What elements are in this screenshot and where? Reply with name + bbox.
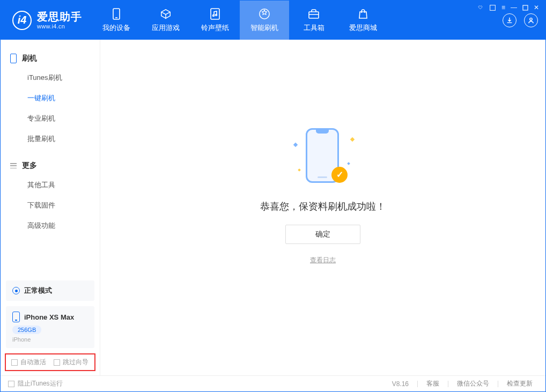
svg-point-5 xyxy=(213,14,215,16)
tab-label: 工具箱 xyxy=(304,23,324,33)
device-icon xyxy=(110,8,122,20)
tab-label: 铃声壁纸 xyxy=(201,23,229,33)
download-button[interactable] xyxy=(503,13,517,27)
sidebar: 刷机 iTunes刷机 一键刷机 专业刷机 批量刷机 更多 其他工具 下载固件 … xyxy=(1,40,100,375)
account-button[interactable] xyxy=(524,13,538,27)
checkbox-icon xyxy=(54,359,60,366)
checkbox-label: 自动激活 xyxy=(20,358,46,367)
phone-icon xyxy=(10,54,17,63)
device-panel: 正常模式 iPhone XS Max 256GB iPhone xyxy=(1,275,100,353)
store-icon xyxy=(357,8,369,20)
sidebar-item-advanced[interactable]: 高级功能 xyxy=(1,216,100,236)
success-illustration: ✓ xyxy=(291,124,355,188)
checkbox-label: 跳过向导 xyxy=(63,358,88,367)
sidebar-item-itunes-flash[interactable]: iTunes刷机 xyxy=(1,68,100,88)
device-name: iPhone XS Max xyxy=(24,313,74,321)
sparkle-icon xyxy=(298,168,301,172)
skin-icon[interactable] xyxy=(489,4,496,11)
device-icon xyxy=(12,312,20,322)
tab-apps-games[interactable]: 应用游戏 xyxy=(141,1,190,40)
tab-label: 我的设备 xyxy=(102,23,130,33)
footer-link-support[interactable]: 客服 xyxy=(421,379,445,388)
sidebar-item-download-firmware[interactable]: 下载固件 xyxy=(1,195,100,216)
nav-tabs: 我的设备 应用游戏 铃声壁纸 智能刷机 工具箱 爱思商城 xyxy=(92,1,388,40)
checkmark-badge-icon: ✓ xyxy=(331,167,348,183)
sparkle-icon xyxy=(350,137,355,141)
flash-options-row: 自动激活 跳过向导 xyxy=(5,353,95,371)
logo-icon: i4 xyxy=(12,11,32,30)
tab-label: 应用游戏 xyxy=(152,23,180,33)
sidebar-group-flash: 刷机 xyxy=(1,49,100,68)
main-content: ✓ 恭喜您，保资料刷机成功啦！ 确定 查看日志 xyxy=(100,40,545,375)
sidebar-group-title: 更多 xyxy=(22,161,37,171)
svg-rect-1 xyxy=(523,5,528,10)
status-bar: 阻止iTunes运行 V8.16 客服 微信公众号 检查更新 xyxy=(1,375,545,391)
window-controls: ≡ — ✕ xyxy=(477,4,539,11)
feedback-icon[interactable] xyxy=(477,4,484,11)
checkbox-label: 阻止iTunes运行 xyxy=(18,379,63,388)
sidebar-item-one-click-flash[interactable]: 一键刷机 xyxy=(1,88,100,108)
tab-toolbox[interactable]: 工具箱 xyxy=(289,1,338,40)
sidebar-group-more: 更多 xyxy=(1,157,100,175)
checkbox-icon xyxy=(8,381,14,387)
sparkle-icon xyxy=(293,142,298,146)
sparkle-icon xyxy=(347,162,350,165)
tab-label: 智能刷机 xyxy=(250,23,278,33)
app-window: ≡ — ✕ i4 爱思助手 www.i4.cn 我的设备 应用游戏 铃声壁纸 xyxy=(0,0,546,392)
svg-rect-4 xyxy=(211,9,219,19)
sidebar-group-title: 刷机 xyxy=(22,54,37,63)
svg-point-6 xyxy=(216,14,217,16)
app-url: www.i4.cn xyxy=(37,23,82,30)
ok-button[interactable]: 确定 xyxy=(285,225,360,244)
footer-link-wechat[interactable]: 微信公众号 xyxy=(452,379,495,388)
footer-link-check-update[interactable]: 检查更新 xyxy=(501,379,538,388)
svg-rect-0 xyxy=(490,5,496,10)
device-storage: 256GB xyxy=(12,326,41,334)
ringtone-icon xyxy=(209,8,221,20)
flash-icon xyxy=(259,8,270,20)
tab-label: 爱思商城 xyxy=(349,23,377,33)
app-title: 爱思助手 xyxy=(37,11,82,23)
maximize-button[interactable] xyxy=(522,5,528,11)
tab-smart-flash[interactable]: 智能刷机 xyxy=(240,1,289,40)
menu-icon[interactable]: ≡ xyxy=(501,4,505,11)
tab-ringtones[interactable]: 铃声壁纸 xyxy=(190,1,240,40)
logo: i4 爱思助手 www.i4.cn xyxy=(1,1,92,40)
tab-store[interactable]: 爱思商城 xyxy=(338,1,388,40)
checkbox-auto-activate[interactable]: 自动激活 xyxy=(11,358,46,367)
tab-my-device[interactable]: 我的设备 xyxy=(92,1,141,40)
sidebar-item-pro-flash[interactable]: 专业刷机 xyxy=(1,108,100,129)
close-button[interactable]: ✕ xyxy=(534,4,539,11)
sidebar-item-other-tools[interactable]: 其他工具 xyxy=(1,175,100,195)
view-log-link[interactable]: 查看日志 xyxy=(310,256,336,265)
svg-rect-8 xyxy=(309,12,319,18)
version-label: V8.16 xyxy=(392,380,414,388)
apps-icon xyxy=(160,8,172,20)
header: i4 爱思助手 www.i4.cn 我的设备 应用游戏 铃声壁纸 智能刷机 xyxy=(1,1,545,40)
body: 刷机 iTunes刷机 一键刷机 专业刷机 批量刷机 更多 其他工具 下载固件 … xyxy=(1,40,545,375)
svg-point-9 xyxy=(530,18,532,20)
toolbox-icon xyxy=(308,8,320,20)
menu-lines-icon xyxy=(10,163,17,168)
success-message: 恭喜您，保资料刷机成功啦！ xyxy=(260,200,386,213)
device-mode-label: 正常模式 xyxy=(24,286,52,295)
device-mode-card[interactable]: 正常模式 xyxy=(6,280,94,301)
checkbox-icon xyxy=(11,359,18,366)
device-type: iPhone xyxy=(12,336,88,343)
checkbox-skip-wizard[interactable]: 跳过向导 xyxy=(54,358,88,367)
mode-icon xyxy=(12,287,20,294)
checkbox-block-itunes[interactable]: 阻止iTunes运行 xyxy=(8,379,63,388)
device-card[interactable]: iPhone XS Max 256GB iPhone xyxy=(6,306,94,348)
sidebar-item-batch-flash[interactable]: 批量刷机 xyxy=(1,129,100,149)
minimize-button[interactable]: — xyxy=(511,4,517,11)
